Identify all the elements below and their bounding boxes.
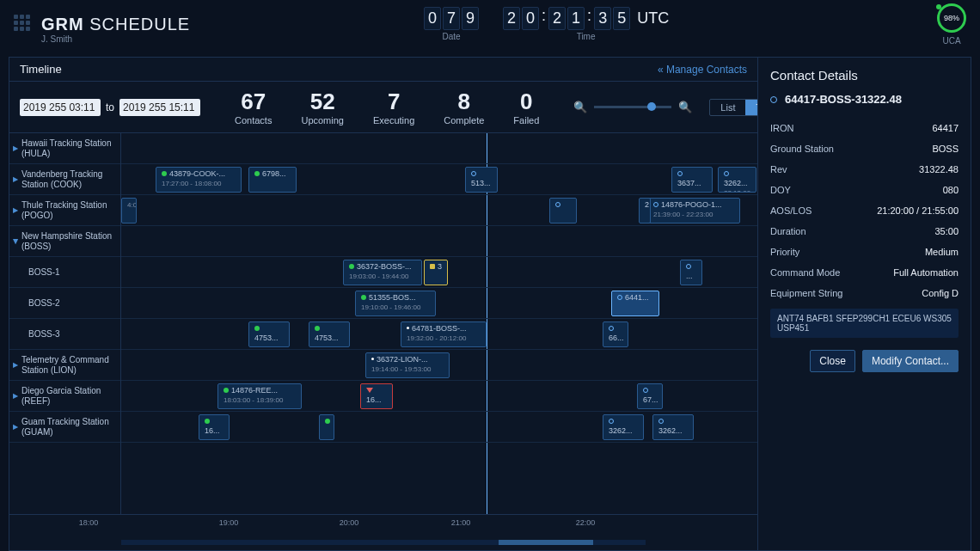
- contact-block[interactable]: 4753...: [248, 321, 290, 347]
- timeline-lane: 36372-BOSS-...19:03:00 - 19:44:003...: [121, 257, 757, 288]
- contact-block[interactable]: 3262...: [652, 414, 694, 440]
- zoom-in-icon[interactable]: 🔍: [678, 101, 692, 113]
- zoom-slider[interactable]: [594, 106, 671, 108]
- user-name: J. Smith: [41, 34, 72, 44]
- contact-block[interactable]: 14876-REE...18:03:00 - 18:39:00: [217, 383, 302, 409]
- timeline-lane: 14876-REE...18:03:00 - 18:39:0016...67..…: [121, 381, 757, 412]
- contact-block[interactable]: 67...: [637, 383, 663, 409]
- detail-row: Duration35:00: [770, 221, 959, 242]
- contact-block[interactable]: 3262...22:13:00: [718, 167, 756, 193]
- contact-block[interactable]: 64781-BOSS-...19:32:00 - 20:12:00: [401, 321, 487, 347]
- manage-contacts-link[interactable]: « Manage Contacts: [658, 64, 747, 76]
- detail-row: Command ModeFull Automation: [770, 262, 959, 283]
- range-from-input[interactable]: [20, 99, 101, 116]
- detail-row: AOS/LOS21:20:00 / 21:55:00: [770, 200, 959, 221]
- station-row[interactable]: BOSS-1: [9, 257, 120, 288]
- stat-executing: 7Executing: [373, 89, 414, 126]
- contact-block[interactable]: 43879-COOK-...17:27:00 - 18:08:00: [156, 167, 242, 193]
- detail-row: DOY080: [770, 180, 959, 200]
- timeline-lane: 4:0014876-POGO-1...21:39:00 - 22:23:002: [121, 195, 757, 226]
- contact-block[interactable]: 6441...: [611, 291, 659, 316]
- stat-upcoming: 52Upcoming: [301, 89, 344, 126]
- contact-block[interactable]: 66...: [603, 321, 628, 347]
- panel-title: Timeline: [20, 63, 62, 76]
- station-row[interactable]: BOSS-3: [9, 319, 120, 350]
- contact-block[interactable]: 4753...: [309, 321, 350, 347]
- zoom-out-icon[interactable]: 🔍: [573, 101, 587, 113]
- contact-block[interactable]: 3262...: [603, 414, 644, 440]
- contact-block[interactable]: [549, 198, 577, 223]
- detail-row: Rev31322.48: [770, 159, 959, 180]
- range-to-input[interactable]: [119, 99, 200, 116]
- clock-time: 20:21:35UTC Time: [503, 7, 669, 41]
- contact-block[interactable]: 36372-BOSS-...19:03:00 - 19:44:00: [343, 260, 422, 285]
- time-range: to: [20, 99, 200, 116]
- timeline-lane: [121, 133, 757, 164]
- timeline-lane: 16...3262...3262...: [121, 412, 757, 443]
- stat-complete: 8Complete: [444, 89, 484, 126]
- detail-row: IRON64417: [770, 118, 959, 138]
- timeline-lane: 36372-LION-...19:14:00 - 19:53:00: [121, 350, 757, 381]
- contact-block[interactable]: 3637...: [671, 167, 713, 193]
- detail-row: PriorityMedium: [770, 242, 959, 262]
- modify-contact-button[interactable]: Modify Contact...: [862, 350, 959, 372]
- contact-block[interactable]: ...: [680, 260, 702, 285]
- equipment-string: ANT74 BAFB1 SFEP299CH1 ECEU6 WS305 USP45…: [770, 309, 959, 338]
- contact-block[interactable]: 6798...: [248, 167, 297, 193]
- station-row[interactable]: ▶New Hampshire Station (BOSS): [9, 226, 120, 257]
- contact-block[interactable]: 4:00: [121, 198, 137, 223]
- timeline-lane: [121, 226, 757, 257]
- contact-block[interactable]: 513...: [465, 167, 498, 193]
- stat-contacts: 67Contacts: [235, 89, 272, 126]
- timeline-lane: 4753...4753...64781-BOSS-...19:32:00 - 2…: [121, 319, 757, 350]
- contact-block[interactable]: 16...: [199, 414, 230, 440]
- contact-block[interactable]: 3: [424, 260, 448, 285]
- station-row[interactable]: ▶Diego Garcia Station (REEF): [9, 381, 120, 412]
- app-title: GRM SCHEDULE: [41, 15, 190, 34]
- view-timeline-button[interactable]: Timeline: [745, 100, 757, 115]
- view-list-button[interactable]: List: [710, 100, 745, 115]
- station-row[interactable]: ▶Hawaii Tracking Station (HULA): [9, 133, 120, 164]
- detail-row: Equipment StringConfig D: [770, 283, 959, 303]
- details-heading: Contact Details: [770, 68, 959, 83]
- stat-failed: 0Failed: [513, 89, 539, 126]
- contact-block[interactable]: 2: [639, 198, 651, 223]
- station-row[interactable]: ▶Telemetry & Command Station (LION): [9, 350, 120, 381]
- contact-block[interactable]: 16...: [360, 383, 393, 409]
- station-row[interactable]: ▶Guam Tracking Station (GUAM): [9, 412, 120, 443]
- contact-block[interactable]: 51355-BOS...19:10:00 - 19:46:00: [355, 291, 436, 316]
- detail-row: Ground StationBOSS: [770, 138, 959, 159]
- station-row[interactable]: ▶Vandenberg Tracking Station (COOK): [9, 164, 120, 195]
- contact-name: 64417-BOSS-31322.48: [770, 93, 959, 106]
- time-axis: 18:0019:0020:0021:0022:00: [9, 514, 757, 538]
- uca-label: UCA: [942, 36, 960, 46]
- horizontal-scrollbar[interactable]: [121, 540, 646, 545]
- clock-date: 079 Date: [424, 7, 479, 41]
- station-row[interactable]: BOSS-2: [9, 288, 120, 319]
- contact-block[interactable]: [319, 414, 334, 440]
- timeline-lane: 43879-COOK-...17:27:00 - 18:08:006798...…: [121, 164, 757, 195]
- station-row[interactable]: ▶Thule Tracking Station (POGO): [9, 195, 120, 226]
- timeline-lane: 51355-BOS...19:10:00 - 19:46:006441...: [121, 288, 757, 319]
- contact-block[interactable]: 14876-POGO-1...21:39:00 - 22:23:00: [647, 198, 740, 223]
- logo-icon: [14, 15, 33, 34]
- uca-gauge: 98%: [937, 3, 966, 33]
- close-button[interactable]: Close: [810, 350, 855, 372]
- contact-block[interactable]: 36372-LION-...19:14:00 - 19:53:00: [365, 352, 450, 378]
